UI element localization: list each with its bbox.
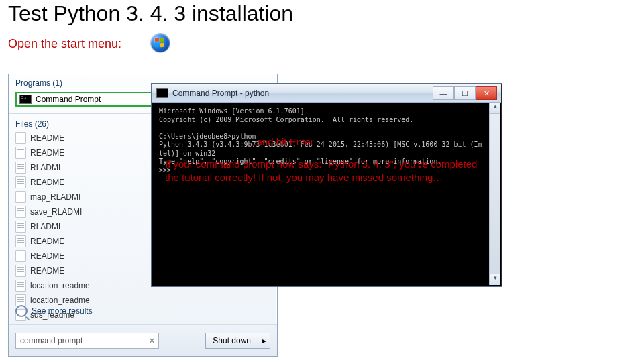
search-value: command prompt [20,336,83,345]
result-text: If your command prompt now says: "Python… [165,158,480,184]
terminal-output[interactable]: Microsoft Windows [Version 6.1.7601] Cop… [155,105,489,283]
maximize-button[interactable]: ☐ [454,86,476,100]
file-icon [15,206,26,218]
close-button[interactable]: ✕ [476,86,497,100]
file-icon [15,250,26,262]
titlebar[interactable]: Command Prompt - python — ☐ ✕ [152,84,501,103]
file-icon [15,191,26,203]
and-hit-enter-label: ...and hit Enter [248,136,314,147]
file-icon [15,221,26,233]
file-icon [15,147,26,159]
step1-text: Open the start menu: [8,37,121,51]
file-icon [15,132,26,144]
see-more-results[interactable]: See more results [15,305,93,317]
search-icon [15,305,28,317]
program-item-label: Command Prompt [36,95,101,104]
file-icon [15,280,26,292]
file-icon [15,176,26,188]
scroll-down-icon[interactable]: ▾ [490,274,500,285]
file-icon [15,235,26,247]
shutdown-button[interactable]: Shut down [205,333,258,349]
command-prompt-icon [156,88,168,98]
start-search-input[interactable]: command prompt × [15,333,159,349]
minimize-button[interactable]: — [433,86,454,100]
file-icon [15,162,26,174]
command-prompt-window: Command Prompt - python — ☐ ✕ Microsoft … [152,84,502,286]
page-title: Test Python 3. 4. 3 installation [8,1,293,26]
file-icon [15,265,26,277]
scrollbar[interactable]: ▴ ▾ [489,103,500,285]
window-title: Command Prompt - python [172,88,269,98]
shutdown-more-button[interactable]: ▸ [258,333,270,349]
windows-start-orb-icon[interactable] [151,34,170,52]
clear-search-icon[interactable]: × [150,336,154,345]
command-prompt-icon [19,95,32,104]
scroll-up-icon[interactable]: ▴ [490,103,500,114]
